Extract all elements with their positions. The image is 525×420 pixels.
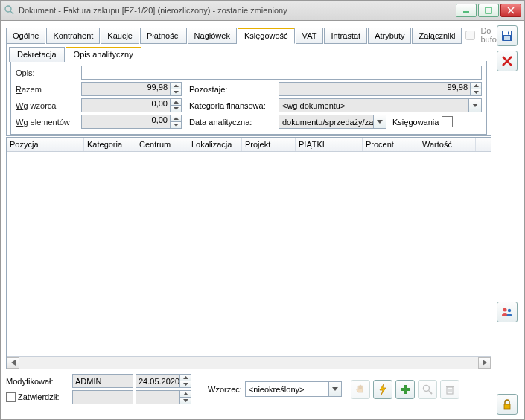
svg-point-26	[423, 385, 429, 391]
razem-spin-down[interactable]	[171, 89, 181, 95]
grid-h-scrollbar[interactable]	[7, 356, 491, 369]
bolt-button[interactable]	[373, 380, 392, 399]
tab-dekretacja[interactable]: Dekretacja	[9, 47, 65, 62]
wg-wzorca-spin-down[interactable]	[171, 106, 181, 112]
tab-vat[interactable]: VAT	[296, 28, 324, 44]
tab-ksiegowosc[interactable]: Księgowość	[238, 28, 295, 44]
wg-elementow-input[interactable]: 0,00	[81, 115, 182, 129]
mod-date-spin-up[interactable]	[180, 375, 191, 381]
footer-panel: Modyfikował: ADMIN 24.05.2020 Zatwierdzi…	[6, 374, 491, 409]
svg-rect-3	[486, 7, 491, 13]
wg-wzorca-input[interactable]: 0,00	[81, 98, 182, 112]
ksiegowania-checkbox[interactable]	[442, 116, 453, 127]
zatwierdzil-label: Zatwierdził:	[6, 392, 70, 403]
grid-col-6[interactable]: Procent	[363, 138, 419, 151]
do-bufora-checkbox[interactable]	[465, 31, 475, 40]
close-button[interactable]	[500, 4, 521, 17]
kategoria-fin-label: Kategoria finansowa:	[182, 101, 279, 110]
hand-button[interactable]	[351, 380, 370, 399]
table-row[interactable]	[7, 152, 491, 155]
tab-opis-analityczny[interactable]: Opis analityczny	[66, 47, 141, 62]
save-button[interactable]	[497, 25, 518, 46]
grid-col-7[interactable]: Wartość	[419, 138, 476, 151]
tab-atrybuty[interactable]: Atrybuty	[368, 28, 411, 44]
wg-elementow-label: Wg elementów	[16, 118, 81, 127]
form-panel: Opis: Razem 99,98 Pozostaje: 99,98 Wg wz…	[10, 61, 487, 135]
svg-marker-10	[174, 101, 179, 104]
wg-wzorca-spin-up[interactable]	[171, 99, 181, 106]
grid-col-3[interactable]: Lokalizacja	[188, 138, 242, 151]
search-button[interactable]	[418, 380, 437, 399]
grid-col-4[interactable]: Projekt	[242, 138, 296, 151]
minimize-button[interactable]	[456, 4, 477, 17]
zatw-date-spin-down[interactable]	[180, 398, 191, 404]
document-icon	[4, 4, 16, 16]
scroll-left-icon[interactable]	[7, 357, 19, 369]
svg-marker-8	[474, 84, 479, 87]
svg-marker-12	[472, 104, 478, 107]
svg-marker-15	[377, 120, 383, 124]
data-analityczna-combo[interactable]: dokumentu/sprzedaży/za	[279, 115, 386, 129]
cancel-button[interactable]	[497, 51, 518, 71]
tab-intrastat[interactable]: Intrastat	[324, 28, 367, 44]
data-analityczna-label: Data analityczna:	[182, 118, 279, 127]
wzorzec-dropdown-icon[interactable]	[328, 382, 341, 396]
maximize-button[interactable]	[478, 4, 499, 17]
scroll-right-icon[interactable]	[478, 357, 491, 369]
zatwierdzil-date[interactable]	[136, 390, 191, 404]
grid-col-1[interactable]: Kategoria	[84, 138, 136, 151]
razem-spin-up[interactable]	[171, 83, 181, 89]
svg-marker-18	[183, 376, 188, 379]
mod-date-spin-down[interactable]	[180, 381, 191, 387]
tab-kontrahent[interactable]: Kontrahent	[46, 28, 100, 44]
people-button[interactable]	[497, 302, 518, 322]
add-button[interactable]	[395, 380, 415, 399]
kategoria-fin-dropdown-icon[interactable]	[468, 99, 481, 112]
svg-marker-7	[174, 91, 179, 94]
svg-marker-22	[332, 387, 338, 391]
grid-col-0[interactable]: Pozycja	[7, 138, 84, 151]
right-toolbar	[494, 21, 524, 419]
svg-marker-14	[174, 124, 179, 127]
pozostaje-spin-down[interactable]	[471, 89, 481, 95]
modyfikowal-date[interactable]: 24.05.2020	[136, 374, 191, 388]
svg-marker-13	[174, 117, 179, 120]
pozostaje-spin-up[interactable]	[471, 83, 481, 89]
svg-point-40	[508, 309, 511, 312]
pozostaje-label: Pozostaje:	[182, 85, 279, 94]
svg-marker-16	[11, 360, 16, 366]
svg-point-0	[5, 6, 11, 12]
tab-naglowek[interactable]: Nagłówek	[188, 28, 237, 44]
wg-wzorca-label: Wg wzorca	[16, 101, 81, 110]
tab-zalaczniki[interactable]: Załączniki	[412, 28, 462, 44]
lock-button[interactable]	[497, 394, 518, 415]
svg-rect-25	[401, 388, 410, 391]
grid-col-2[interactable]: Centrum	[136, 138, 188, 151]
opis-input[interactable]	[81, 66, 482, 80]
svg-marker-6	[174, 84, 179, 87]
data-analityczna-dropdown-icon[interactable]	[373, 115, 386, 128]
wzorzec-combo[interactable]: <nieokreślony>	[245, 381, 342, 397]
svg-marker-20	[183, 392, 188, 395]
pozostaje-input[interactable]: 99,98	[279, 82, 482, 96]
svg-marker-23	[380, 384, 386, 395]
delete-button[interactable]	[440, 380, 459, 399]
grid-col-5[interactable]: PIĄTKI	[296, 138, 363, 151]
razem-input[interactable]: 99,98	[81, 82, 182, 96]
ksiegowania-label: Księgowania	[386, 118, 442, 127]
svg-marker-17	[483, 360, 487, 366]
kategoria-fin-combo[interactable]: <wg dokumentu>	[279, 98, 482, 112]
grid-body[interactable]	[7, 152, 491, 356]
svg-marker-11	[174, 107, 179, 110]
grid-header: PozycjaKategoriaCentrumLokalizacjaProjek…	[7, 138, 491, 152]
wzorzec-label: Wzorzec:	[208, 385, 242, 394]
zatw-date-spin-up[interactable]	[180, 391, 191, 398]
wg-elem-spin-down[interactable]	[171, 122, 181, 128]
zatwierdzil-checkbox[interactable]	[6, 392, 16, 402]
wg-elem-spin-up[interactable]	[171, 115, 181, 122]
tab-platnosci[interactable]: Płatności	[140, 28, 187, 44]
modyfikowal-user: ADMIN	[72, 374, 133, 388]
tab-ogolne[interactable]: Ogólne	[6, 28, 45, 44]
tab-kaucje[interactable]: Kaucje	[101, 28, 139, 44]
svg-point-39	[503, 308, 507, 312]
